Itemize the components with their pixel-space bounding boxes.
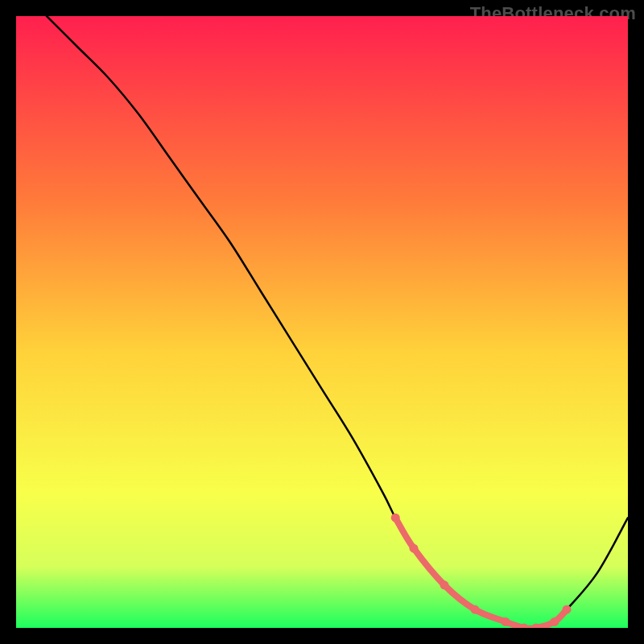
chart-stage: TheBottleneck.com [0, 0, 644, 644]
chart-plot-area [16, 16, 628, 628]
marker-dot [440, 580, 449, 589]
marker-dot [550, 617, 559, 626]
chart-background-gradient [16, 16, 628, 628]
marker-dot [471, 605, 480, 614]
marker-dot [502, 617, 510, 626]
marker-dot [391, 514, 400, 522]
marker-dot [563, 605, 572, 614]
chart-svg [16, 16, 628, 628]
marker-dot [410, 544, 419, 553]
